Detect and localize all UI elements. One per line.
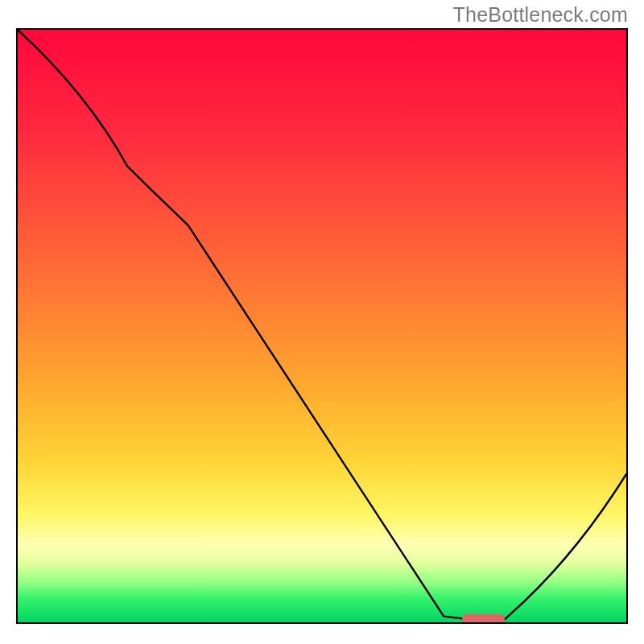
curve-svg [18, 30, 626, 622]
optimum-marker [462, 614, 505, 624]
plot-area [16, 28, 628, 624]
watermark-text: TheBottleneck.com [453, 3, 628, 27]
bottleneck-curve-path [18, 30, 626, 620]
chart-container: TheBottleneck.com [0, 0, 644, 644]
